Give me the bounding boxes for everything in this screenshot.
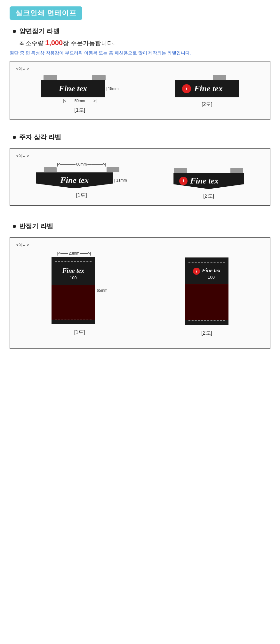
section1-2do-item: i Fine tex [2도] — [175, 75, 239, 108]
section1-2do-caption: [2도] — [202, 101, 212, 108]
section1-2do-label: i Fine tex — [175, 80, 239, 97]
section3-1do-label: Fine tex 100 — [52, 257, 95, 324]
section3-1do-caption: [1도] — [74, 329, 85, 336]
section1-1do-label: Fine tex — [41, 80, 105, 97]
section3-example-box: <예시> |<—— 23mm ——>| — [10, 237, 270, 349]
section2-2do-item: i Fine tex [2도] — [173, 162, 244, 200]
section1-example-box: <예시> Fine tex |15mm — [10, 61, 270, 120]
header-title: 실크인쇄 면테이프 — [10, 6, 82, 20]
section1-1do-caption: [1도] — [74, 107, 85, 114]
section2-example-box: <예시> |<———— 60mm ————>| — [10, 148, 270, 206]
section2-1do-label: Fine tex — [36, 172, 113, 188]
section2-1do-caption: [1도] — [76, 192, 87, 199]
section1-1do-item: Fine tex |15mm |<—— 50mm ——>| [1도] — [41, 75, 118, 114]
section2-1do-item: |<———— 60mm ————>| Fine tex — [36, 162, 127, 199]
section3-2do-caption: [2도] — [201, 330, 212, 337]
section3-2do-item: i Fine tex 100 — [185, 251, 228, 337]
section3-2do-label: i Fine tex 100 — [185, 257, 228, 325]
section2-example-label: <예시> — [16, 153, 264, 159]
section1-min-order: 최소수량 1,000장 주문가능합니다. — [19, 39, 270, 47]
section3-bullet: 반접기 라벨 — [13, 222, 270, 231]
section3-example-label: <예시> — [16, 242, 264, 248]
section3-1do-item: |<—— 23mm ——>| Fine tex — [52, 251, 107, 336]
section2-2do-label: i Fine tex — [173, 173, 244, 189]
section2-bullet: 주자 삼각 라벨 — [13, 133, 270, 142]
section1-description: 원단 중 면 특성상 착용감이 부드러워 아동복 또는 홈 패션용으로 많이 제… — [10, 50, 270, 56]
section1-bullet: 양면접기 라벨 — [13, 27, 270, 36]
section2-2do-caption: [2도] — [203, 193, 214, 200]
section1-example-label: <예시> — [16, 66, 264, 72]
